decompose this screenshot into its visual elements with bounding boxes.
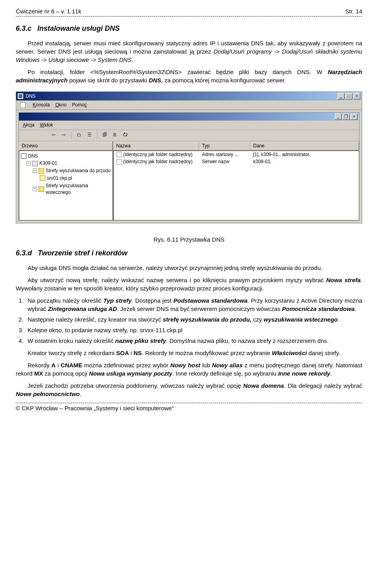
- text-bold-italic: Podstawowa standardowa: [173, 297, 247, 304]
- list-header: Nazwa Typ Dane: [113, 141, 359, 151]
- folder-icon: [39, 168, 44, 174]
- text: .: [338, 316, 339, 323]
- tree-zone-selected[interactable]: srv01.ckp.pl: [40, 175, 111, 182]
- list-body[interactable]: (identyczny jak folder nadrzędny) Adres …: [113, 151, 359, 220]
- back-icon[interactable]: ⇦: [50, 131, 57, 139]
- app-icon: [18, 93, 23, 99]
- menu-pomoc[interactable]: Pomoc: [72, 102, 87, 108]
- record-icon: [116, 152, 122, 157]
- tree-reverse-zones[interactable]: + Strefy wyszukiwania wstecznego: [33, 182, 111, 196]
- header-left: Ćwiczenie nr 6 – v. 1.11k: [16, 7, 81, 15]
- expander-icon[interactable]: –: [26, 161, 31, 166]
- properties-icon[interactable]: 🗐: [101, 131, 109, 139]
- toolbar: ⇦ ⇨ 🗀 ☰ 🗐 🗎 🗘: [19, 130, 359, 141]
- tree-root-dns[interactable]: DNS: [21, 153, 111, 160]
- toolbar-separator: [97, 131, 97, 139]
- text: danej strefy.: [307, 350, 340, 356]
- inner-minimize-button[interactable]: _: [335, 114, 342, 120]
- menu-okno[interactable]: Okno: [55, 102, 67, 108]
- list-row[interactable]: (identyczny jak folder nadrzędny) Adres …: [114, 151, 359, 158]
- step-2: Następnie należy określić, czy kreator m…: [25, 315, 362, 324]
- text-bold-italic: strefę wyszukiwania do przodu,: [163, 316, 251, 323]
- text: . Dla delegacji należy wybrać: [284, 382, 362, 389]
- svg-rect-0: [19, 95, 22, 98]
- text-bold-italic: nazwę pliku strefy: [115, 337, 166, 344]
- section-d-heading: Tworzenie stref i rekordów: [38, 249, 127, 257]
- text: . Inne rekordy definiuje się, po wybrani…: [172, 370, 278, 377]
- expander-icon[interactable]: +: [33, 187, 37, 191]
- outer-titlebar[interactable]: DNS _ □ ×: [16, 92, 362, 100]
- footer-divider: [16, 403, 362, 403]
- inner-titlebar[interactable]: _ ❐ ×: [19, 113, 359, 121]
- step-4: W ostatnim kroku należy określić nazwę p…: [25, 337, 362, 345]
- folder-icon: [39, 186, 44, 192]
- text: i: [56, 362, 61, 368]
- forward-icon[interactable]: ⇨: [60, 131, 68, 139]
- text: . Jeżeli serwer DNS ma być serwerem pomo…: [117, 305, 282, 312]
- text: Po instalacji, folder <%SystemRoot%\Syst…: [28, 69, 328, 75]
- section-d-p1: Aby usługa DNS mogła działać na serwerze…: [16, 264, 362, 272]
- cell-text: (identyczny jak folder nadrzędny): [123, 158, 193, 165]
- section-c-heading: Instalowanie usługi DNS: [37, 24, 120, 32]
- record-icon: [116, 159, 122, 165]
- menu-widok[interactable]: Widok: [40, 122, 53, 128]
- list-row[interactable]: (identyczny jak folder nadrzędny) Serwer…: [114, 158, 359, 166]
- text: Kreator tworzy strefę z rekordami: [28, 350, 116, 356]
- inner-close-button[interactable]: ×: [350, 114, 358, 120]
- tree-server[interactable]: – K309-01: [26, 160, 111, 167]
- col-data[interactable]: Dane: [250, 141, 359, 151]
- text: lub: [200, 362, 212, 368]
- text-bold-italic: Nowa strefa: [326, 277, 361, 283]
- col-type[interactable]: Typ: [199, 141, 250, 151]
- section-d-p2: Aby utworzyć nową strefę, należy wskazać…: [16, 276, 362, 292]
- tree-label: Strefy wyszukiwania wstecznego: [46, 182, 111, 196]
- tree-forward-zones[interactable]: – Strefy wyszukiwania do przodu: [33, 167, 111, 175]
- tree-label: Strefy wyszukiwania do przodu: [46, 167, 111, 174]
- section-c-title: 6.3.c Instalowanie usługi DNS: [16, 24, 362, 33]
- text-bold-italic: Pomocnicza standardowa: [282, 305, 354, 312]
- console-icon: [20, 102, 26, 108]
- menu-akcja[interactable]: Akcja: [23, 122, 34, 128]
- text-bold-italic: DNS: [149, 77, 161, 84]
- section-d-number: 6.3.d: [16, 249, 32, 257]
- minimize-button[interactable]: _: [337, 93, 345, 99]
- col-name[interactable]: Nazwa: [113, 141, 199, 151]
- section-d-p4: Rekordy A i CNAME można zdefiniować prze…: [16, 361, 362, 378]
- tree-label: srv01.ckp.pl: [47, 175, 72, 182]
- header-divider: [16, 16, 362, 17]
- text-bold: SOA: [116, 350, 129, 356]
- close-button[interactable]: ×: [353, 93, 360, 99]
- inner-restore-button[interactable]: ❐: [343, 114, 350, 120]
- menu-konsola[interactable]: Konsola: [33, 102, 50, 108]
- copy-icon[interactable]: 🗎: [111, 131, 119, 139]
- text: Aby utworzyć nową strefę, należy wskazać…: [28, 277, 326, 283]
- step-1: Na początku należy określić Typ strefy. …: [25, 296, 362, 313]
- tree-header: Drzewo: [19, 141, 113, 151]
- refresh-icon[interactable]: 🗘: [121, 131, 129, 139]
- text: i: [129, 350, 134, 356]
- text: .: [330, 370, 332, 377]
- tree[interactable]: DNS – K309-01 – Strefy wyszukiwania do p…: [19, 151, 113, 220]
- maximize-button[interactable]: □: [345, 93, 352, 99]
- outer-menubar: Konsola Okno Pomoc: [16, 100, 362, 110]
- text-bold: MX: [34, 370, 43, 377]
- dns-root-icon: [21, 153, 26, 159]
- list-pane: Nazwa Typ Dane (identyczny jak folder na…: [113, 141, 359, 220]
- page-footer: © CKP Wrocław – Pracownia „Systemy i sie…: [16, 404, 362, 412]
- tree-label: DNS: [28, 153, 38, 160]
- section-c-p2: Po instalacji, folder <%SystemRoot%\Syst…: [16, 68, 362, 84]
- text: .: [354, 305, 356, 312]
- expander-icon[interactable]: –: [33, 169, 37, 173]
- show-hide-icon[interactable]: ☰: [85, 131, 93, 139]
- up-icon[interactable]: 🗀: [75, 131, 83, 139]
- inner-window: _ ❐ × Akcja Widok ⇦ ⇨ 🗀 ☰ 🗐 🗎 🗘 Drzewo: [19, 112, 359, 221]
- cell-text: Serwer nazw: [200, 158, 251, 165]
- text: czy: [252, 316, 264, 323]
- text: za pomocą opcji: [43, 370, 89, 377]
- text: . Dostępna jest: [132, 297, 173, 304]
- text-bold: NS: [133, 350, 142, 356]
- text-bold-italic: Nowe pełnomocnictwo: [16, 391, 80, 397]
- text: . Rekordy te można modyfikować przez wyb…: [142, 350, 272, 356]
- cell-text: Adres startowy ...: [200, 151, 251, 158]
- text-bold-italic: Zintegrowana usługa AD: [48, 305, 117, 312]
